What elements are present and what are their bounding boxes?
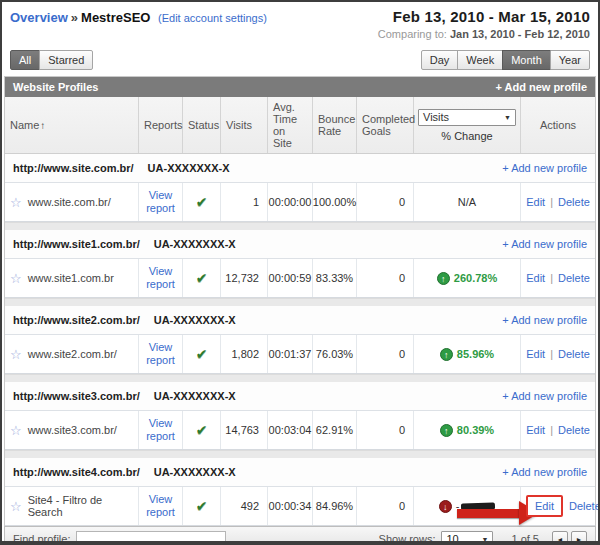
chevron-down-icon: ▼ (482, 536, 489, 543)
visits-value: 14,763 (221, 411, 268, 449)
footer-right-controls: Show rows: 10 ▼ 1 of 5 ◄ ► (379, 531, 587, 545)
profile-name: www.site3.com.br/ (28, 424, 117, 436)
edit-link[interactable]: Edit (535, 500, 554, 512)
profile-group: http://www.site3.com.br/ UA-XXXXXXX-X + … (5, 374, 595, 450)
status-check-icon: ✔ (196, 346, 208, 362)
status-check-icon: ✔ (196, 422, 208, 438)
add-new-profile-link-top[interactable]: + Add new profile (495, 81, 587, 93)
edit-link[interactable]: Edit (526, 424, 545, 436)
actions-cell: Edit | Delete (521, 411, 595, 449)
pct-change-value: 260.78% (454, 272, 497, 284)
website-profiles-table: Website Profiles + Add new profile Name↑… (4, 76, 596, 526)
column-header-completed-goals[interactable]: Completed Goals (357, 97, 414, 153)
toggle-row: All Starred Day Week Month Year (2, 40, 598, 76)
pct-change-cell: ↑ 85.96% (414, 335, 521, 373)
edit-account-settings-link[interactable]: (Edit account settings) (158, 12, 267, 24)
add-new-profile-link[interactable]: + Add new profile (502, 162, 587, 174)
edit-link[interactable]: Edit (526, 272, 545, 284)
delete-link[interactable]: Delete (569, 500, 600, 512)
column-header-reports[interactable]: Reports (139, 97, 183, 153)
pct-change-cell: ↓ - (414, 487, 521, 525)
add-new-profile-link[interactable]: + Add new profile (502, 314, 587, 326)
star-icon[interactable]: ☆ (10, 196, 22, 209)
group-divider (5, 222, 595, 230)
add-new-profile-link[interactable]: + Add new profile (502, 390, 587, 402)
pct-change-cell: ↑ 260.78% (414, 259, 521, 297)
change-up-icon: ↑ (440, 424, 453, 437)
avg-time-value: 00:03:04 (268, 411, 313, 449)
completed-goals-value: 0 (357, 183, 414, 221)
group-domain: http://www.site.com.br/ (13, 162, 134, 174)
delete-link[interactable]: Delete (558, 272, 590, 284)
group-domain: http://www.site1.com.br/ (13, 238, 140, 250)
bounce-rate-value: 84.96% (313, 487, 357, 525)
actions-cell: Edit | Delete (521, 259, 595, 297)
view-report-link[interactable]: View report (144, 189, 177, 215)
group-header: http://www.site1.com.br/ UA-XXXXXXX-X + … (5, 230, 595, 258)
show-rows-label: Show rows: (379, 533, 436, 545)
group-domain: http://www.site4.com.br/ (13, 466, 140, 478)
show-rows-value: 10 (446, 533, 458, 545)
star-icon[interactable]: ☆ (10, 272, 22, 285)
star-icon[interactable]: ☆ (10, 500, 22, 513)
change-up-icon: ↑ (440, 348, 453, 361)
column-header-name[interactable]: Name↑ (5, 97, 139, 153)
profile-name: Site4 - Filtro de Search (28, 494, 133, 518)
view-report-link[interactable]: View report (144, 417, 177, 443)
edit-link[interactable]: Edit (526, 196, 545, 208)
bounce-rate-value: 100.00% (313, 183, 357, 221)
period-month-button[interactable]: Month (502, 50, 551, 70)
delete-link[interactable]: Delete (558, 424, 590, 436)
avg-time-value: 00:00:34 (268, 487, 313, 525)
add-new-profile-link[interactable]: + Add new profile (502, 466, 587, 478)
column-header-avg-time[interactable]: Avg. Time on Site (268, 97, 313, 153)
completed-goals-value: 0 (357, 411, 414, 449)
filter-all-button[interactable]: All (10, 50, 40, 70)
star-icon[interactable]: ☆ (10, 424, 22, 437)
avg-time-value: 00:01:37 (268, 335, 313, 373)
delete-link[interactable]: Delete (558, 348, 590, 360)
status-check-icon: ✔ (196, 498, 208, 514)
view-report-link[interactable]: View report (144, 341, 177, 367)
visits-value: 1 (221, 183, 268, 221)
actions-cell: Edit Delete (521, 487, 600, 525)
next-page-button[interactable]: ► (571, 531, 587, 545)
period-day-button[interactable]: Day (421, 50, 459, 70)
profile-name-cell: ☆ Site4 - Filtro de Search (5, 487, 139, 525)
overview-link[interactable]: Overview (10, 10, 68, 25)
actions-cell: Edit | Delete (521, 183, 595, 221)
find-profile-label: Find profile: (13, 533, 70, 545)
filter-starred-button[interactable]: Starred (39, 50, 93, 70)
bounce-rate-value: 83.33% (313, 259, 357, 297)
column-header-bounce-rate[interactable]: Bounce Rate (313, 97, 357, 153)
page-header: Overview»MestreSEO (Edit account setting… (2, 2, 598, 40)
table-row: ☆ www.site2.com.br/ View report ✔ 1,802 … (5, 334, 595, 374)
previous-page-button[interactable]: ◄ (552, 531, 568, 545)
period-week-button[interactable]: Week (457, 50, 503, 70)
pct-change-cell: N/A (414, 183, 521, 221)
metric-dropdown[interactable]: Visits ▼ (418, 109, 516, 126)
pct-change-cell: ↑ 80.39% (414, 411, 521, 449)
period-year-button[interactable]: Year (550, 50, 590, 70)
star-icon[interactable]: ☆ (10, 348, 22, 361)
edit-link[interactable]: Edit (526, 348, 545, 360)
action-separator: | (550, 424, 553, 436)
view-report-link[interactable]: View report (144, 265, 177, 291)
group-domain: http://www.site3.com.br/ (13, 390, 140, 402)
find-profile-input[interactable] (76, 531, 226, 545)
date-range: Feb 13, 2010 - Mar 15, 2010 (378, 8, 590, 25)
profile-group: http://www.site4.com.br/ UA-XXXXXXX-X + … (5, 450, 595, 526)
comparing-dates: Jan 13, 2010 - Feb 12, 2010 (450, 28, 590, 40)
action-separator: | (550, 196, 553, 208)
add-new-profile-link[interactable]: + Add new profile (502, 238, 587, 250)
group-ua-code: UA-XXXXXXX-X (154, 314, 236, 326)
completed-goals-value: 0 (357, 259, 414, 297)
name-header-label: Name (10, 119, 39, 131)
view-report-link[interactable]: View report (144, 493, 177, 519)
show-rows-dropdown[interactable]: 10 ▼ (441, 531, 493, 545)
column-header-status[interactable]: Status (183, 97, 221, 153)
delete-link[interactable]: Delete (558, 196, 590, 208)
group-header: http://www.site4.com.br/ UA-XXXXXXX-X + … (5, 458, 595, 486)
column-header-visits[interactable]: Visits (221, 97, 268, 153)
comparing-range: Comparing to: Jan 13, 2010 - Feb 12, 201… (378, 28, 590, 40)
